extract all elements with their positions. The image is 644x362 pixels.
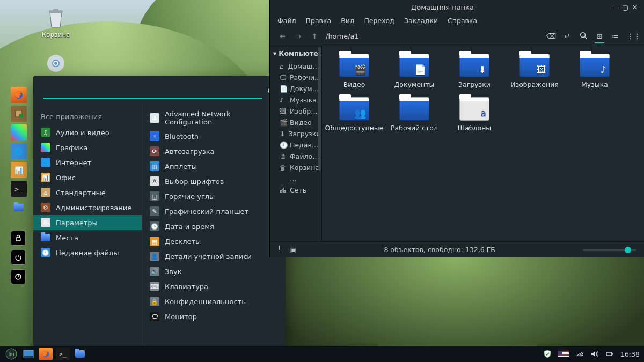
fm-menu-item[interactable]: Справка	[448, 17, 477, 25]
fm-menu-item[interactable]: Переход	[364, 17, 394, 25]
fm-sidebar-item[interactable]: ⌂Домаш…	[270, 61, 321, 72]
fm-sidebar-item[interactable]: 🕘Недав…	[270, 139, 321, 151]
start-button[interactable]: lm	[4, 348, 18, 360]
app-icon: 🔊	[150, 267, 159, 276]
fm-folder[interactable]: aШаблоны	[444, 97, 504, 132]
fm-sidebar-item[interactable]: 📄Докум…	[270, 83, 321, 94]
fm-sidebar-item[interactable]: 🖧Сеть	[270, 184, 321, 196]
dock-terminal[interactable]: >_	[11, 181, 27, 197]
taskbar-firefox[interactable]	[39, 348, 53, 360]
fm-sidebar-item[interactable]: 🗑Корзина	[270, 162, 321, 173]
menu-app-item[interactable]: 👤Детали учётной записи	[142, 249, 286, 264]
dock-software-manager[interactable]	[11, 106, 27, 122]
nav-forward-button[interactable]: ➝	[294, 32, 303, 40]
tree-toggle-icon[interactable]: ╘	[277, 246, 282, 254]
fm-menu-item[interactable]: Закладки	[404, 17, 438, 25]
menu-app-item[interactable]: 🕓Дата и время	[142, 219, 286, 234]
view-compact-button[interactable]: ⋮⋮	[627, 32, 636, 40]
path-display[interactable]: /home/a1	[326, 32, 540, 40]
fm-sidebar-item[interactable]: 🎬Видео	[270, 117, 321, 128]
dock-globe[interactable]: 🌐	[11, 143, 27, 159]
menu-app-item[interactable]: ᚼBluetooth	[142, 129, 286, 144]
dock-lock-button[interactable]	[11, 231, 26, 246]
menu-app-item[interactable]: ▦Десклеты	[142, 234, 286, 249]
menu-category-item[interactable]: ⚙Параметры	[33, 215, 142, 230]
menu-category-item[interactable]: 🌐Интернет	[33, 155, 142, 170]
folder-emblem-icon: 🎬	[354, 64, 366, 75]
desktop-chromium[interactable]	[34, 53, 77, 76]
fm-menu-item[interactable]: Файл	[277, 17, 296, 25]
fm-folder[interactable]: ⬇Загрузки	[444, 54, 504, 88]
toolbar-search-icon[interactable]	[579, 32, 588, 41]
tray-network-icon[interactable]	[575, 350, 584, 358]
taskbar-show-desktop[interactable]	[21, 348, 35, 360]
view-list-button[interactable]: ≔	[611, 32, 620, 40]
menu-app-item[interactable]: ✎Графический планшет	[142, 204, 286, 219]
fm-sidebar-item[interactable]: 🗎Файло…	[270, 151, 321, 162]
fm-sidebar-item[interactable]: ♪Музыка	[270, 94, 321, 106]
tray-battery-icon[interactable]	[605, 350, 614, 358]
fm-sidebar-header[interactable]: ▾Компьютер	[270, 46, 321, 61]
view-icons-button[interactable]: ⊞	[595, 32, 604, 43]
window-close-button[interactable]: ✕	[630, 3, 640, 11]
fm-content[interactable]: 🎬Видео📄Документы⬇Загрузки🖼Изображения♪Му…	[322, 46, 644, 241]
menu-search-input[interactable]	[43, 85, 262, 99]
menu-category-item[interactable]: ♫Аудио и видео	[33, 125, 142, 140]
dock-shutdown-button[interactable]	[11, 269, 26, 284]
menu-app-item[interactable]: 🖧Advanced Network Configuration	[142, 107, 286, 129]
app-label: Конфиденциальность	[165, 298, 246, 306]
fm-sidebar-item[interactable]: ⬇Загрузки	[270, 128, 321, 139]
fm-folder[interactable]: 🎬Видео	[324, 54, 384, 88]
clear-path-icon[interactable]: ⌫	[546, 32, 556, 40]
fm-sidebar-item[interactable]: 🖵Рабочи…	[270, 72, 321, 83]
path-toggle-icon[interactable]: ↵	[562, 32, 572, 40]
taskbar-files[interactable]	[73, 348, 87, 360]
menu-category-item[interactable]: ⌂Стандартные	[33, 185, 142, 200]
tray-clock[interactable]: 16:38	[620, 350, 640, 358]
dock-files[interactable]	[11, 200, 27, 216]
sidebar-toggle-icon[interactable]: ▣	[290, 246, 297, 254]
menu-app-item[interactable]: 🔊Звук	[142, 264, 286, 279]
menu-app-item[interactable]: 🖵Монитор	[142, 309, 286, 324]
fm-folder[interactable]: 📄Документы	[384, 54, 444, 88]
fm-menubar: ФайлПравкаВидПереходЗакладкиСправка	[270, 14, 644, 27]
dock-office[interactable]: 📊	[11, 162, 27, 178]
menu-category-item[interactable]: Графика	[33, 140, 142, 155]
menu-app-item[interactable]: ⟳Автозагрузка	[142, 144, 286, 159]
fm-menu-item[interactable]: Правка	[306, 17, 332, 25]
window-maximize-button[interactable]: ▢	[620, 3, 630, 11]
menu-app-item[interactable]: ▥Апплеты	[142, 159, 286, 174]
svg-rect-19	[612, 353, 613, 354]
fm-folder[interactable]: Рабочий стол	[384, 97, 444, 132]
taskbar-terminal[interactable]: >_	[56, 348, 70, 360]
fm-titlebar[interactable]: Домашняя папка — ▢ ✕	[270, 0, 644, 14]
fm-folder[interactable]: ♪Музыка	[565, 54, 625, 88]
tray-keyboard-layout[interactable]	[558, 351, 569, 357]
menu-category-item[interactable]: 🕘Недавние файлы	[33, 245, 142, 260]
tray-shield-icon[interactable]	[543, 350, 552, 358]
window-minimize-button[interactable]: —	[611, 3, 620, 11]
app-label: Горячие углы	[165, 193, 215, 201]
tray-volume-icon[interactable]	[590, 350, 599, 358]
nav-back-button[interactable]: 🠨	[277, 32, 287, 40]
menu-app-item[interactable]: AВыбор шрифтов	[142, 174, 286, 189]
nav-up-button[interactable]: 🠩	[310, 32, 319, 40]
fm-folder[interactable]: 👥Общедоступные	[324, 97, 384, 132]
desktop-trash[interactable]: Корзина	[34, 8, 77, 39]
dock-logout-button[interactable]	[11, 250, 26, 265]
menu-app-item[interactable]: 🔒Конфиденциальность	[142, 294, 286, 309]
menu-category-item[interactable]: ⚙Администрирование	[33, 200, 142, 215]
fm-sidebar-item[interactable]: 🖼Изобр…	[270, 106, 321, 117]
menu-category-item[interactable]: Места	[33, 230, 142, 245]
menu-category-item[interactable]: 📊Офис	[33, 170, 142, 185]
menu-app-item[interactable]: ◱Горячие углы	[142, 189, 286, 204]
sidebar-item-icon: 🖵	[280, 73, 287, 82]
zoom-slider[interactable]	[583, 249, 636, 251]
fm-menu-item[interactable]: Вид	[341, 17, 354, 25]
dock-firefox[interactable]	[11, 87, 27, 103]
menu-app-item[interactable]: ⌨Клавиатура	[142, 279, 286, 294]
fm-folder[interactable]: 🖼Изображения	[504, 54, 565, 88]
fm-sidebar-item[interactable]: …	[270, 173, 321, 184]
folder-label: Изображения	[504, 80, 565, 88]
dock-displays[interactable]	[11, 124, 27, 141]
